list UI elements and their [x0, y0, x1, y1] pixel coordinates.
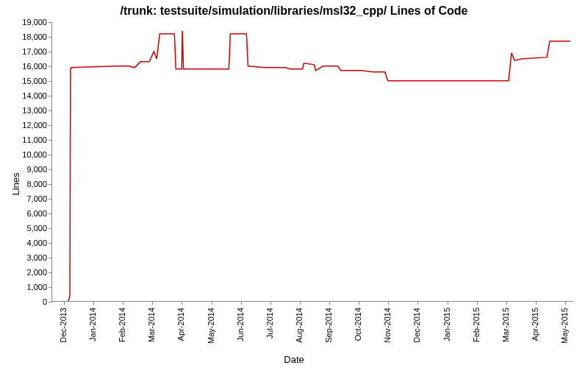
x-tick-label: Dec-2013	[59, 308, 68, 343]
x-tick-label: May-2014	[207, 308, 215, 344]
x-tick	[506, 301, 507, 305]
x-tick-label: Jan-2015	[442, 308, 451, 342]
x-tick	[182, 301, 182, 305]
y-tick	[49, 169, 52, 170]
x-tick-label: Nov-2014	[383, 308, 392, 343]
x-tick	[448, 301, 448, 305]
y-tick-label: 16,000	[6, 62, 47, 71]
y-tick	[49, 125, 52, 126]
y-tick-label: 7,000	[6, 194, 47, 203]
y-tick	[49, 287, 52, 288]
x-tick	[93, 301, 94, 305]
x-tick	[241, 301, 242, 305]
x-tick	[64, 301, 65, 305]
y-tick	[49, 243, 52, 244]
y-tick-label: 0	[6, 297, 47, 306]
y-tick-label: 13,000	[6, 106, 47, 115]
chart-title: /trunk: testsuite/simulation/libraries/m…	[0, 4, 588, 18]
x-tick-label: Feb-2014	[118, 308, 126, 342]
x-tick-label: Mar-2014	[147, 308, 156, 342]
y-tick-label: 4,000	[6, 238, 47, 247]
plot-area	[51, 22, 573, 302]
y-tick-label: 1,000	[6, 283, 47, 291]
x-tick	[152, 301, 153, 305]
y-tick	[49, 228, 52, 229]
y-tick	[49, 52, 52, 52]
y-tick	[49, 184, 52, 185]
y-tick-label: 2,000	[6, 268, 47, 277]
y-tick-label: 6,000	[6, 209, 47, 218]
x-tick	[565, 301, 566, 305]
y-tick	[49, 110, 52, 111]
x-tick-label: Jan-2014	[88, 308, 97, 342]
x-tick-label: Jun-2014	[236, 308, 245, 342]
x-tick-label: Aug-2014	[295, 308, 304, 343]
y-tick	[49, 155, 52, 155]
x-tick	[212, 301, 212, 305]
x-tick-label: Mar-2015	[501, 308, 510, 342]
y-tick-label: 5,000	[6, 224, 47, 233]
y-tick	[49, 272, 52, 273]
y-tick-label: 19,000	[6, 18, 47, 26]
x-tick	[417, 301, 418, 305]
x-tick-label: Sep-2014	[324, 308, 333, 343]
y-tick-label: 15,000	[6, 77, 47, 85]
y-tick	[49, 66, 52, 67]
x-tick-label: Dec-2014	[412, 308, 421, 343]
line-series	[52, 22, 573, 301]
x-tick	[477, 301, 478, 305]
x-tick-label: Apr-2015	[531, 308, 539, 341]
y-tick	[49, 258, 52, 258]
y-tick	[49, 96, 52, 96]
y-tick	[49, 302, 52, 302]
y-tick-label: 18,000	[6, 32, 47, 41]
x-tick-label: Apr-2014	[176, 308, 185, 341]
y-tick-label: 12,000	[6, 121, 47, 130]
x-tick	[123, 301, 123, 305]
x-tick	[329, 301, 330, 305]
x-tick-label: Jul-2014	[265, 308, 274, 339]
y-tick	[49, 81, 52, 82]
y-tick-label: 8,000	[6, 180, 47, 188]
y-tick	[49, 140, 52, 141]
x-tick	[359, 301, 359, 305]
x-tick-label: May-2015	[560, 308, 569, 344]
y-tick-label: 9,000	[6, 165, 47, 174]
x-tick-label: Oct-2014	[354, 308, 362, 341]
x-axis-label: Date	[0, 354, 588, 365]
x-tick	[536, 301, 537, 305]
y-tick	[49, 213, 52, 214]
x-tick-label: Feb-2015	[472, 308, 481, 342]
y-tick-label: 17,000	[6, 47, 47, 56]
y-tick-label: 14,000	[6, 91, 47, 100]
x-tick	[388, 301, 389, 305]
y-tick	[49, 37, 52, 38]
y-tick	[49, 199, 52, 199]
y-tick-label: 11,000	[6, 135, 47, 144]
y-tick-label: 10,000	[6, 150, 47, 159]
x-tick	[300, 301, 301, 305]
x-tick	[270, 301, 271, 305]
y-tick	[49, 22, 52, 23]
y-tick-label: 3,000	[6, 253, 47, 262]
